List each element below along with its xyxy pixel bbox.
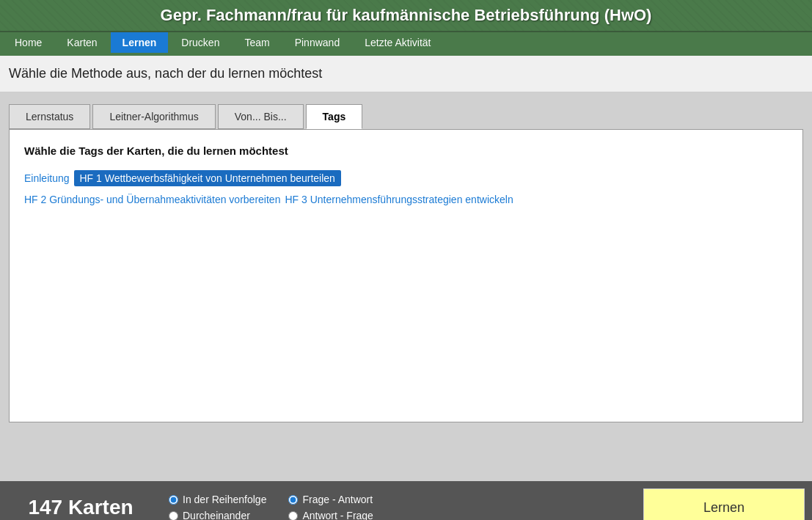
- tags-row-1: EinleitungHF 1 Wettbewerbsfähigkeit von …: [24, 170, 788, 186]
- tab-leitner-algorithmus[interactable]: Leitner-Algorithmus: [92, 104, 215, 129]
- nav-item-home[interactable]: Home: [3, 32, 54, 53]
- order-option-1[interactable]: Durcheinander: [169, 510, 266, 520]
- tag-einleitung[interactable]: Einleitung: [24, 172, 70, 184]
- options-section: In der ReihenfolgeDurcheinander Frage - …: [154, 494, 643, 520]
- tab-row: LernstatusLeitner-AlgorithmusVon... Bis.…: [9, 104, 803, 129]
- mode-options: Frage - AntwortAntwort - Frage: [288, 494, 373, 520]
- karten-count: 147 Karten: [7, 481, 154, 520]
- tag-hf-3-unternehmensfüh[interactable]: HF 3 Unternehmensführungsstrategien entw…: [285, 194, 513, 205]
- tab-tags[interactable]: Tags: [306, 104, 363, 129]
- options-row: In der ReihenfolgeDurcheinander Frage - …: [169, 494, 629, 520]
- bottom-bar: 147 Karten In der ReihenfolgeDurcheinand…: [0, 481, 812, 520]
- lernen-button[interactable]: Lernen: [643, 488, 805, 520]
- subheading: Wähle die Methode aus, nach der du lerne…: [0, 56, 812, 92]
- nav-item-drucken[interactable]: Drucken: [169, 32, 231, 53]
- navbar: HomeKartenLernenDruckenTeamPinnwandLetzt…: [0, 32, 812, 56]
- nav-item-karten[interactable]: Karten: [55, 32, 109, 53]
- tab-panel-heading: Wähle die Tags der Karten, die du lernen…: [24, 144, 788, 157]
- nav-item-team[interactable]: Team: [233, 32, 281, 53]
- main-content: LernstatusLeitner-AlgorithmusVon... Bis.…: [0, 92, 812, 481]
- tag-hf-1-wettbewerbsfähi[interactable]: HF 1 Wettbewerbsfähigkeit von Unternehme…: [74, 170, 341, 186]
- tag-hf-2-gründungs--und-[interactable]: HF 2 Gründungs- und Übernahmeaktivitäten…: [24, 194, 280, 205]
- nav-item-lernen[interactable]: Lernen: [111, 32, 169, 53]
- page-title: Gepr. Fachmann/frau für kaufmännische Be…: [7, 6, 805, 25]
- nav-item-pinnwand[interactable]: Pinnwand: [283, 32, 352, 53]
- nav-item-letzte-aktivität[interactable]: Letzte Aktivität: [353, 32, 442, 53]
- tab-von-bis[interactable]: Von... Bis...: [218, 104, 304, 129]
- mode-option-0[interactable]: Frage - Antwort: [288, 494, 373, 505]
- order-option-0[interactable]: In der Reihenfolge: [169, 494, 266, 505]
- tab-panel: Wähle die Tags der Karten, die du lernen…: [9, 129, 803, 422]
- tab-lernstatus[interactable]: Lernstatus: [9, 104, 90, 129]
- order-options: In der ReihenfolgeDurcheinander: [169, 494, 266, 520]
- header: Gepr. Fachmann/frau für kaufmännische Be…: [0, 0, 812, 32]
- mode-option-1[interactable]: Antwort - Frage: [288, 510, 373, 520]
- tags-row-2: HF 2 Gründungs- und Übernahmeaktivitäten…: [24, 194, 788, 205]
